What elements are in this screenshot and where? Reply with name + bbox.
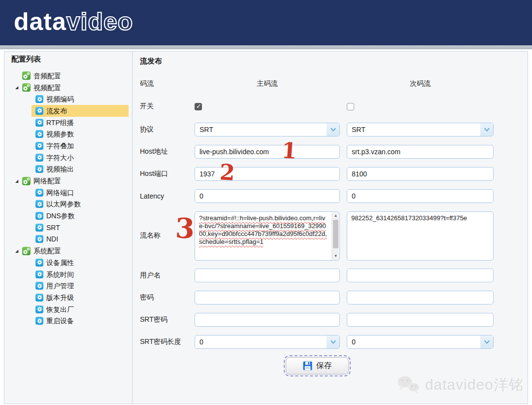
sidebar-item-5[interactable]: 视频参数 (32, 128, 129, 140)
sidebar-item-9[interactable]: ◢网络配置 (7, 175, 132, 187)
sidebar-item-20[interactable]: 恢复出厂 (32, 304, 129, 315)
username-input-primary[interactable] (195, 269, 340, 282)
sidebar-item-label: 恢复出厂 (46, 306, 74, 313)
username-input-secondary[interactable] (347, 269, 494, 282)
sidebar-item-0[interactable]: 音频配置 (7, 70, 132, 82)
gear-icon (35, 294, 43, 302)
form-row-switch: 开关 (140, 102, 528, 111)
field-label-username: 用户名 (140, 271, 195, 280)
sidebar-item-13[interactable]: SRT (32, 222, 129, 234)
sidebar-item-label: 以太网参数 (46, 201, 81, 207)
switch-checkbox-secondary[interactable] (347, 103, 354, 110)
sidebar-item-label: 网络端口 (46, 189, 74, 196)
sidebar-tree: 音频配置◢视频配置视频编码流发布RTP组播视频参数字符叠加字符大小视频输出◢网络… (7, 70, 132, 327)
sidebar-item-label: SRT (46, 224, 60, 231)
stream-name-textarea-primary[interactable]: ?streamid=#!::h=live-push.bilivideo.com,… (195, 211, 340, 261)
password-input-secondary[interactable] (347, 291, 494, 304)
form-row-username: 用户名 (140, 269, 528, 282)
sidebar-item-19[interactable]: 版本升级 (32, 292, 129, 304)
protocol-select-secondary-value: SRT (352, 126, 366, 134)
config-sidebar: 配置列表 音频配置◢视频配置视频编码流发布RTP组播视频参数字符叠加字符大小视频… (4, 52, 133, 404)
gear-icon (35, 200, 43, 208)
sidebar-item-18[interactable]: 用户管理 (32, 280, 129, 292)
protocol-select-primary-value: SRT (200, 126, 213, 134)
srt-password-input-primary[interactable] (195, 313, 340, 327)
app-header: datavideo (0, 0, 532, 45)
stream-name-textarea-secondary[interactable]: 982252_631426581732033499?t=ff375e (347, 211, 494, 261)
save-button[interactable]: 保存 (286, 357, 349, 374)
scroll-down-icon[interactable]: ▼ (332, 253, 339, 260)
gear-icon (35, 259, 43, 267)
sidebar-item-4[interactable]: RTP组播 (32, 117, 129, 129)
sidebar-item-label: 版本升级 (46, 294, 74, 301)
gear-group-icon (22, 247, 31, 255)
sidebar-item-15[interactable]: ◢系统配置 (7, 245, 132, 257)
chevron-down-icon (327, 123, 339, 136)
srt-password-length-select-primary[interactable]: 0 (195, 335, 340, 349)
scroll-up-icon[interactable]: ▲ (332, 212, 339, 219)
gear-icon (35, 305, 43, 313)
wechat-icon (396, 374, 421, 395)
sidebar-item-10[interactable]: 网络端口 (32, 187, 129, 199)
column-header-row: 码流 主码流 次码流 (140, 79, 528, 88)
latency-input-primary[interactable] (195, 189, 340, 203)
scrollbar-thumb[interactable] (333, 220, 338, 248)
stream-name-text-primary: ?streamid=#!::h=live-push.bilivideo.com,… (195, 212, 332, 248)
save-row: 保存 (140, 357, 528, 374)
form-row-srt-password: SRT密码 (140, 313, 528, 327)
gear-icon (35, 119, 43, 127)
latency-input-secondary[interactable] (347, 189, 494, 203)
sidebar-item-8[interactable]: 视频输出 (32, 164, 129, 175)
host-address-input-primary[interactable] (195, 145, 340, 159)
watermark-text: datavideo洋铭 (425, 375, 524, 395)
field-label-host-address: Host地址 (140, 147, 195, 156)
sidebar-item-label: DNS参数 (46, 212, 75, 219)
sidebar-item-1[interactable]: ◢视频配置 (7, 82, 132, 94)
expand-arrow-icon[interactable]: ◢ (15, 85, 22, 90)
sidebar-item-12[interactable]: DNS参数 (32, 210, 129, 222)
gear-icon (35, 107, 43, 115)
gear-icon (35, 317, 43, 325)
gear-icon (35, 282, 43, 290)
gear-icon (35, 224, 43, 232)
sidebar-item-21[interactable]: 重启设备 (32, 315, 129, 327)
gear-icon (35, 154, 43, 162)
chevron-down-icon (480, 123, 493, 136)
password-input-primary[interactable] (195, 291, 340, 304)
srt-password-length-select-secondary[interactable]: 0 (347, 335, 494, 349)
sidebar-item-17[interactable]: 系统时间 (32, 269, 129, 280)
sidebar-item-3[interactable]: 流发布 (32, 105, 129, 117)
protocol-select-secondary[interactable]: SRT (347, 123, 494, 136)
sidebar-item-label: 重启设备 (46, 317, 74, 324)
gear-group-icon (22, 71, 31, 80)
textarea-scrollbar[interactable]: ▲ ▼ (332, 212, 339, 260)
sidebar-item-14[interactable]: NDI (32, 234, 129, 245)
srt-password-input-secondary[interactable] (347, 313, 494, 327)
protocol-select-primary[interactable]: SRT (195, 123, 340, 136)
sidebar-item-6[interactable]: 字符叠加 (32, 140, 129, 152)
expand-arrow-icon[interactable]: ◢ (15, 179, 22, 183)
chevron-down-icon (327, 336, 339, 348)
form-row-host-address: Host地址 (140, 145, 528, 159)
sidebar-item-2[interactable]: 视频编码 (32, 93, 129, 105)
field-label-switch: 开关 (140, 102, 195, 111)
sidebar-item-16[interactable]: 设备属性 (32, 257, 129, 269)
host-address-input-secondary[interactable] (347, 145, 494, 159)
host-port-input-primary[interactable] (195, 167, 340, 181)
sidebar-item-label: 字符叠加 (46, 142, 74, 149)
gear-icon (35, 189, 43, 197)
sidebar-item-label: 视频编码 (46, 96, 74, 102)
sidebar-item-label: 视频配置 (33, 84, 61, 91)
sidebar-item-11[interactable]: 以太网参数 (32, 199, 129, 210)
switch-checkbox-primary[interactable] (195, 103, 202, 110)
sidebar-item-label: 系统配置 (33, 247, 61, 254)
host-port-input-secondary[interactable] (347, 167, 494, 181)
sidebar-item-label: 视频输出 (46, 166, 74, 172)
expand-arrow-icon[interactable]: ◢ (15, 249, 22, 253)
column-label-primary: 主码流 (195, 79, 340, 88)
header-divider-strip (0, 45, 532, 49)
column-label-secondary: 次码流 (347, 79, 494, 88)
sidebar-item-7[interactable]: 字符大小 (32, 152, 129, 164)
gear-icon (35, 165, 43, 173)
watermark: datavideo洋铭 (396, 374, 524, 395)
